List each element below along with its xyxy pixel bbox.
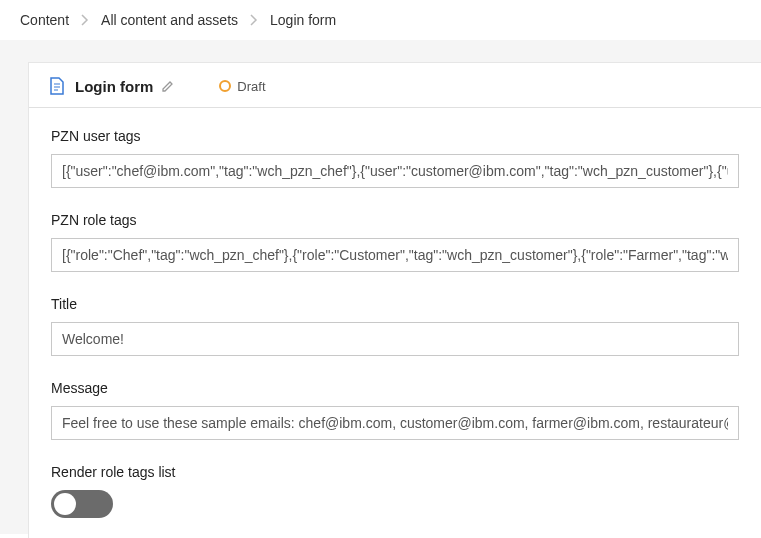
field-message: Message xyxy=(51,380,739,440)
breadcrumb-content[interactable]: Content xyxy=(20,12,69,28)
toggle-render-role-tags[interactable] xyxy=(51,490,113,518)
field-render-role-tags: Render role tags list xyxy=(51,464,739,518)
label-render-role-tags: Render role tags list xyxy=(51,464,739,480)
input-message[interactable] xyxy=(51,406,739,440)
status-circle-icon xyxy=(219,80,231,92)
input-pzn-user-tags[interactable] xyxy=(51,154,739,188)
label-title: Title xyxy=(51,296,739,312)
document-icon xyxy=(49,77,65,95)
breadcrumb-all-content[interactable]: All content and assets xyxy=(101,12,238,28)
content-card: Login form Draft PZN user tags PZN role … xyxy=(28,62,761,538)
field-pzn-role-tags: PZN role tags xyxy=(51,212,739,272)
status-text: Draft xyxy=(237,79,265,94)
breadcrumb: Content All content and assets Login for… xyxy=(0,0,761,40)
breadcrumb-login-form[interactable]: Login form xyxy=(270,12,336,28)
card-header: Login form Draft xyxy=(29,63,761,108)
label-pzn-role-tags: PZN role tags xyxy=(51,212,739,228)
page-background: Login form Draft PZN user tags PZN role … xyxy=(0,40,761,534)
label-pzn-user-tags: PZN user tags xyxy=(51,128,739,144)
input-pzn-role-tags[interactable] xyxy=(51,238,739,272)
chevron-right-icon xyxy=(81,14,89,26)
pencil-icon[interactable] xyxy=(161,79,175,93)
status-badge: Draft xyxy=(219,79,265,94)
chevron-right-icon xyxy=(250,14,258,26)
field-pzn-user-tags: PZN user tags xyxy=(51,128,739,188)
toggle-knob xyxy=(54,493,76,515)
page-title: Login form xyxy=(75,78,153,95)
form-body: PZN user tags PZN role tags Title Messag… xyxy=(29,108,761,538)
field-title: Title xyxy=(51,296,739,356)
input-title[interactable] xyxy=(51,322,739,356)
label-message: Message xyxy=(51,380,739,396)
